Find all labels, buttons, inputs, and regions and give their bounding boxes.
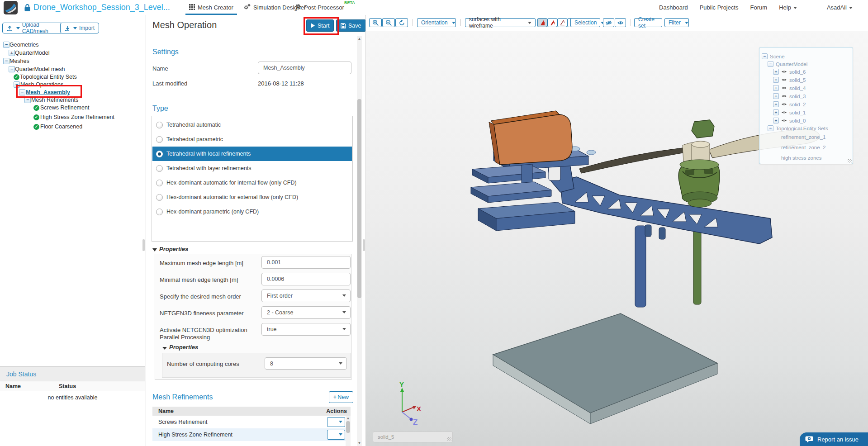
scene-node-scene[interactable]: −Scene <box>762 53 785 59</box>
radio-icon[interactable] <box>156 151 163 157</box>
collapse-icon[interactable]: − <box>3 58 9 64</box>
type-option-2[interactable]: Tetrahedral with local refinements <box>152 147 352 161</box>
scene-node-refinement-zone-2[interactable]: refinement_zone_2 <box>781 145 825 150</box>
prop-input-1[interactable] <box>261 273 351 285</box>
refinement-actions-select[interactable] <box>327 430 345 440</box>
type-option-6[interactable]: Hex-dominant parametric (only CFD) <box>152 204 352 219</box>
type-option-3[interactable]: Tetrahedral with layer refinements <box>152 161 352 176</box>
collapse-icon[interactable]: − <box>3 42 9 48</box>
type-option-0[interactable]: Tetrahedral automatic <box>152 118 352 132</box>
display-mode-select[interactable]: surfaces with wireframe <box>465 18 536 27</box>
reset-view-button[interactable] <box>395 18 408 27</box>
scene-node-solid-4[interactable]: +solid_4 <box>773 85 806 91</box>
scroll-up-icon[interactable]: ▲ <box>357 37 362 41</box>
nav-item-forum[interactable]: Forum <box>750 4 768 11</box>
type-option-5[interactable]: Hex-dominant automatic for external flow… <box>152 190 352 204</box>
tab-post-processor[interactable]: Post-Processor BETA <box>295 0 344 15</box>
tree-node-high-stress-zone-refinement[interactable]: ✓High Stress Zone Refinement <box>33 114 114 121</box>
report-issue-button[interactable]: Report an issue <box>800 432 868 446</box>
tree-node-topological-entity-sets[interactable]: ✓Topological Entity Sets <box>14 73 77 81</box>
start-button[interactable]: Start <box>306 19 334 32</box>
show-all-button[interactable] <box>615 18 626 27</box>
table-scrollbar[interactable]: ▲ <box>346 416 351 446</box>
type-option-1[interactable]: Tetrahedral parametric <box>152 132 352 147</box>
tree-node-quartermodel[interactable]: +QuarterModel <box>9 49 49 57</box>
name-input[interactable] <box>258 62 351 74</box>
collapse-icon[interactable]: − <box>762 53 768 59</box>
selection-dropdown[interactable]: Selection <box>570 18 600 27</box>
collapse-icon[interactable]: − <box>14 81 20 88</box>
upload-cad-button[interactable]: Upload CAD/mesh <box>2 23 64 33</box>
render-canvas[interactable]: Y X Z −Scene−QuarterModel+solid_6+solid_… <box>366 31 868 446</box>
collapse-icon[interactable]: − <box>19 89 25 95</box>
panel-scrollbar[interactable]: ▲ ▼ <box>357 36 362 446</box>
orientation-dropdown[interactable]: Orientation <box>417 18 456 27</box>
expand-icon[interactable]: + <box>773 85 779 91</box>
scene-node-solid-2[interactable]: +solid_2 <box>773 101 806 107</box>
scene-node-solid-5[interactable]: +solid_5 <box>773 77 806 83</box>
tree-node-quartermodel-mesh[interactable]: −QuarterModel mesh <box>9 66 65 73</box>
expand-icon[interactable]: + <box>773 101 779 107</box>
radio-icon[interactable] <box>156 209 163 215</box>
tree-node-screws-refinement[interactable]: ✓Screws Refinement <box>33 104 89 111</box>
refinement-row[interactable]: High Stress Zone Refinement <box>152 428 351 441</box>
refinement-row[interactable]: Screws Refinement <box>152 416 351 428</box>
expand-icon[interactable]: + <box>773 93 779 99</box>
nav-item-public-projects[interactable]: Public Projects <box>700 4 739 11</box>
tab-mesh-creator[interactable]: Mesh Creator <box>189 0 233 15</box>
collapse-icon[interactable]: − <box>9 66 15 72</box>
resize-handle-icon[interactable] <box>848 159 852 163</box>
tree-node-mesh-assembly[interactable]: −Mesh_Assembly <box>19 89 70 96</box>
collapse-triangle-icon[interactable] <box>162 347 167 350</box>
zoom-out-button[interactable] <box>382 18 395 27</box>
scene-node-quartermodel[interactable]: −QuarterModel <box>768 61 807 67</box>
scene-node-high-stress-zones[interactable]: high stress zones <box>781 155 822 161</box>
prop-input-0[interactable] <box>261 256 351 269</box>
prop-select-3[interactable]: 2 - Coarse <box>261 306 351 319</box>
scene-node-solid-0[interactable]: +solid_0 <box>773 118 806 123</box>
expand-icon[interactable]: + <box>773 69 779 75</box>
refinement-actions-select[interactable] <box>327 417 345 427</box>
radio-icon[interactable] <box>156 180 163 186</box>
nav-item-dashboard[interactable]: Dashboard <box>659 4 688 11</box>
expand-icon[interactable]: + <box>773 77 779 83</box>
radio-icon[interactable] <box>156 136 163 143</box>
radio-icon[interactable] <box>156 194 163 201</box>
project-title[interactable]: Drone_Workshop_Session_3_Level... <box>33 3 170 12</box>
scene-node-solid-3[interactable]: +solid_3 <box>773 93 806 99</box>
scene-node-solid-1[interactable]: +solid_1 <box>773 109 806 115</box>
mesh-quality-button-1[interactable] <box>537 18 547 27</box>
prop-select-2[interactable]: First order <box>261 289 351 302</box>
mesh-quality-button-2[interactable] <box>547 18 557 27</box>
tree-node-floor-coarsened[interactable]: ✓Floor Coarsened <box>33 123 82 130</box>
scroll-down-icon[interactable]: ▼ <box>357 441 362 445</box>
expand-icon[interactable]: + <box>773 118 779 123</box>
save-button[interactable]: Save <box>336 19 366 32</box>
user-menu[interactable]: AsadAli <box>827 4 853 11</box>
tree-node-mesh-operations[interactable]: −Mesh Operations <box>14 81 63 88</box>
scene-node-solid-6[interactable]: +solid_6 <box>773 69 806 75</box>
mesh-quality-button-3[interactable] <box>557 18 567 27</box>
collapse-icon[interactable]: − <box>768 125 773 131</box>
new-refinement-button[interactable]: +New <box>329 391 353 403</box>
prop-select-4[interactable]: true <box>261 323 351 336</box>
scroll-up-icon[interactable]: ▲ <box>346 416 351 420</box>
collapse-icon[interactable]: − <box>768 61 773 67</box>
collapse-icon[interactable]: − <box>24 97 31 103</box>
collapse-triangle-icon[interactable] <box>152 248 157 251</box>
radio-icon[interactable] <box>156 165 163 172</box>
expand-icon[interactable]: + <box>9 50 15 56</box>
expand-icon[interactable]: + <box>773 109 779 115</box>
nav-item-help[interactable]: Help <box>779 4 797 11</box>
hide-selected-button[interactable] <box>603 18 614 27</box>
tree-node-meshes[interactable]: −Meshes <box>3 57 29 65</box>
tree-node-geometries[interactable]: −Geometries <box>3 41 39 48</box>
type-option-4[interactable]: Hex-dominant automatic for internal flow… <box>152 176 352 190</box>
scene-node-refinement-zone-1[interactable]: refinement_zone_1 <box>781 134 825 140</box>
panel-resize-handle[interactable] <box>363 239 365 251</box>
simscale-logo[interactable] <box>4 1 18 14</box>
scene-node-topological-entity-sets[interactable]: −Topological Entity Sets <box>768 125 828 131</box>
cores-select[interactable]: 8 <box>265 357 347 370</box>
radio-icon[interactable] <box>156 122 163 128</box>
import-button[interactable]: Import <box>60 23 99 33</box>
